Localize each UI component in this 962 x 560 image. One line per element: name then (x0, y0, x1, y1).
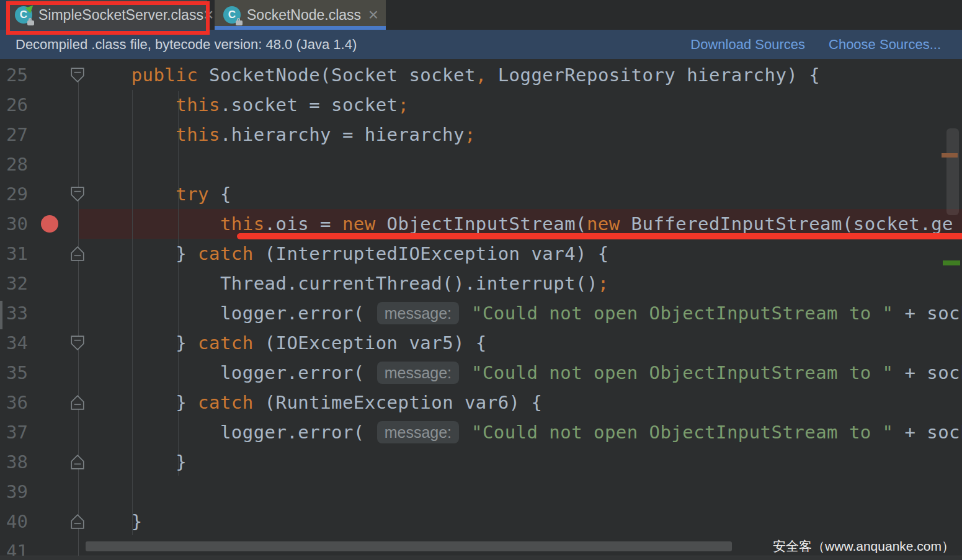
code-keyword: new (587, 213, 620, 234)
breakpoint-icon[interactable] (41, 215, 58, 233)
code-plain: Thread.currentThread().interrupt() (87, 273, 598, 294)
parameter-hint: message: (377, 302, 459, 324)
gutter-zone (28, 239, 87, 269)
code-text: logger.error( message: "Could not open O… (87, 298, 962, 328)
code-line[interactable]: 36 } catch (RuntimeException var6) { (0, 388, 962, 417)
tab-label: SimpleSocketServer.class (38, 7, 203, 24)
code-plain: } (87, 332, 198, 353)
line-number: 31 (0, 243, 28, 264)
code-plain: } (87, 511, 143, 532)
fold-region-end-icon[interactable] (69, 246, 86, 262)
code-line[interactable]: 40 } (0, 507, 962, 536)
code-plain: + sock (894, 362, 962, 383)
decompiler-banner: Decompiled .class file, bytecode version… (0, 30, 962, 59)
fold-region-end-icon[interactable] (69, 513, 86, 530)
code-plain (460, 362, 471, 383)
code-keyword: , (476, 64, 487, 86)
fold-region-end-icon[interactable] (69, 394, 86, 411)
code-line[interactable]: 28 (0, 149, 962, 179)
gutter-zone (28, 388, 87, 417)
code-text: } catch (IOException var5) { (87, 328, 487, 358)
vertical-scrollbar-thumb[interactable] (946, 128, 959, 215)
fold-region-start-icon[interactable] (69, 67, 86, 83)
editor-bottom-edge (0, 556, 962, 560)
red-annotation-underline (237, 233, 962, 239)
left-stripe-mark (0, 301, 2, 329)
line-number: 33 (0, 303, 28, 324)
choose-sources-link[interactable]: Choose Sources... (829, 37, 941, 53)
error-stripe-warning-mark[interactable] (942, 153, 958, 158)
code-line[interactable]: 37 logger.error( message: "Could not ope… (0, 417, 962, 447)
close-icon[interactable]: × (368, 6, 378, 24)
code-keyword: ; (465, 124, 476, 145)
editor-tab-bar: C SimpleSocketServer.class × C SocketNod… (0, 0, 962, 30)
code-keyword: try (176, 184, 209, 205)
code-keyword: ; (598, 273, 609, 294)
code-keyword: public (131, 64, 198, 86)
tab-simplesocketserver-class[interactable]: C SimpleSocketServer.class × (7, 0, 207, 30)
code-line[interactable]: 29 try { (0, 179, 962, 209)
code-text: public SocketNode(Socket socket, LoggerR… (87, 60, 820, 90)
fold-region-start-icon[interactable] (69, 186, 86, 202)
code-plain: LoggerRepository hierarchy) { (487, 64, 820, 86)
code-line[interactable]: 31 } catch (InterruptedIOException var4)… (0, 239, 962, 269)
java-class-icon: C (15, 6, 32, 24)
parameter-hint: message: (377, 421, 459, 443)
code-plain: + sock (894, 422, 962, 443)
horizontal-scrollbar-thumb[interactable] (86, 541, 732, 551)
code-keyword: this (176, 94, 220, 115)
code-line[interactable]: 26 this.socket = socket; (0, 90, 962, 120)
code-keyword: this (176, 124, 220, 145)
code-keyword: catch (198, 332, 254, 353)
code-keyword: this (220, 213, 265, 234)
code-string: "Could not open ObjectInputStream to " (471, 303, 894, 324)
ide-window: C SimpleSocketServer.class × C SocketNod… (0, 0, 962, 560)
code-line[interactable]: 38 } (0, 447, 962, 477)
line-number: 27 (0, 124, 28, 145)
code-line[interactable]: 27 this.hierarchy = hierarchy; (0, 120, 962, 149)
code-plain: .ois = (265, 213, 342, 234)
code-plain: { (209, 184, 231, 205)
code-keyword: catch (198, 243, 254, 264)
code-text: this.hierarchy = hierarchy; (87, 120, 476, 149)
code-line[interactable]: 32 Thread.currentThread().interrupt(); (0, 269, 962, 298)
line-number: 39 (0, 481, 28, 502)
code-plain: } (87, 392, 198, 413)
gutter-zone (28, 209, 87, 239)
gutter-zone (28, 179, 87, 209)
code-line[interactable]: 34 } catch (IOException var5) { (0, 328, 962, 358)
code-text: } catch (RuntimeException var6) { (87, 388, 542, 417)
line-number: 36 (0, 392, 28, 413)
gutter-zone (28, 417, 87, 447)
gutter-zone (28, 328, 87, 358)
code-keyword: ; (398, 94, 409, 115)
code-line[interactable]: 25 public SocketNode(Socket socket, Logg… (0, 60, 962, 90)
error-stripe-ok-mark[interactable] (943, 260, 960, 265)
code-line[interactable]: 33 logger.error( message: "Could not ope… (0, 298, 962, 328)
line-number: 26 (0, 94, 28, 115)
code-text: try { (87, 179, 231, 209)
gutter-zone (28, 507, 87, 536)
tab-socketnode-class[interactable]: C SocketNode.class × (215, 0, 386, 30)
code-text: this.socket = socket; (87, 90, 409, 120)
fold-region-start-icon[interactable] (69, 335, 86, 351)
code-keyword: catch (198, 392, 254, 413)
code-text: } (87, 507, 143, 536)
code-line[interactable]: 35 logger.error( message: "Could not ope… (0, 358, 962, 388)
download-sources-link[interactable]: Download Sources (690, 37, 805, 53)
java-class-icon: C (223, 6, 241, 24)
code-plain: (InterruptedIOException var4) { (254, 243, 609, 264)
line-number: 30 (0, 213, 28, 234)
code-plain (87, 184, 176, 205)
tab-label: SocketNode.class (247, 7, 361, 24)
code-line[interactable]: 39 (0, 477, 962, 507)
line-number: 35 (0, 362, 28, 383)
code-plain: ObjectInputStream( (376, 213, 587, 234)
code-editor[interactable]: 25 public SocketNode(Socket socket, Logg… (0, 59, 962, 560)
code-text: logger.error( message: "Could not open O… (87, 358, 962, 388)
code-plain: SocketNode(Socket socket (198, 64, 476, 86)
partial-tab-edge (0, 0, 7, 30)
line-number: 34 (0, 332, 28, 353)
fold-region-end-icon[interactable] (69, 454, 86, 470)
close-icon[interactable]: × (203, 6, 213, 24)
